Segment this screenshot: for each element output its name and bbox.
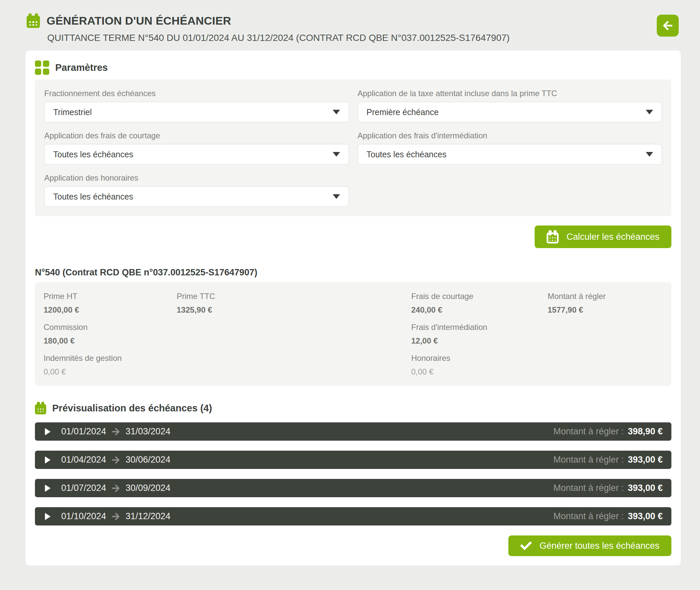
field-fractionnement: Fractionnement des échéances Trimestriel: [44, 89, 349, 122]
installment-row-4[interactable]: 01/10/2024 31/12/2024 Montant à régler :…: [35, 507, 671, 525]
summary-prime-ht: Prime HT 1200,00 €: [43, 292, 177, 315]
amount-value: 393,00 €: [628, 511, 663, 521]
play-icon: [45, 428, 51, 435]
parameters-section-header: Paramètres: [35, 61, 671, 75]
end-date: 31/12/2024: [125, 511, 170, 521]
amount-label: Montant à régler :: [553, 483, 624, 493]
frais-courtage-select[interactable]: Toutes les échéances: [44, 144, 349, 165]
check-icon: [520, 540, 532, 552]
start-date: 01/04/2024: [61, 455, 106, 465]
summary-montant-regler: Montant à régler 1577,90 €: [548, 292, 663, 315]
field-frais-courtage: Application des frais de courtage Toutes…: [44, 131, 349, 165]
summary-commission: Commission 180,00 €: [43, 323, 177, 346]
calendar-icon: [27, 13, 40, 28]
field-label: Application des frais de courtage: [44, 131, 349, 140]
generate-all-installments-button[interactable]: Générer toutes les échéances: [508, 535, 671, 556]
field-label: Application des honoraires: [44, 173, 349, 183]
start-date: 01/01/2024: [61, 426, 106, 437]
calendar-icon: [35, 402, 46, 414]
end-date: 30/06/2024: [125, 455, 170, 465]
chevron-down-icon: [646, 110, 653, 114]
button-label: Générer toutes les échéances: [540, 541, 660, 551]
end-date: 30/09/2024: [125, 483, 170, 493]
arrow-right-icon: [111, 512, 120, 521]
frais-intermediation-select[interactable]: Toutes les échéances: [358, 144, 663, 165]
arrow-right-icon: [111, 484, 120, 493]
installment-row-1[interactable]: 01/01/2024 31/03/2024 Montant à régler :…: [35, 422, 671, 441]
receipt-summary-panel: Prime HT 1200,00 € Prime TTC 1325,90 € F…: [35, 282, 671, 386]
summary-value: 1325,90 €: [177, 305, 212, 314]
fractionnement-select[interactable]: Trimestriel: [44, 102, 349, 122]
chevron-down-icon: [646, 152, 653, 157]
summary-frais-courtage: Frais de courtage 240,00 €: [411, 292, 548, 315]
summary-label: Indemnités de gestion: [43, 354, 177, 363]
summary-honoraires: Honoraires 0,00 €: [411, 354, 548, 377]
preview-heading: Prévisualisation des échéances (4): [52, 403, 212, 414]
button-label: Calculer les échéances: [566, 232, 660, 242]
summary-label: Frais d'intermédiation: [411, 323, 548, 332]
calendar-icon: [547, 230, 558, 243]
summary-value: 0,00 €: [411, 367, 434, 376]
main-card: Paramètres Fractionnement des échéances …: [26, 51, 681, 565]
summary-label: Montant à régler: [548, 292, 663, 301]
field-taxe-attentat: Application de la taxe attentat incluse …: [358, 89, 663, 122]
grid-icon: [35, 61, 49, 75]
summary-value: 1577,90 €: [548, 305, 583, 314]
page-title: GÉNÉRATION D'UN ÉCHÉANCIER: [47, 14, 231, 27]
summary-indemnites-gestion: Indemnités de gestion 0,00 €: [43, 354, 177, 377]
summary-value: 12,00 €: [411, 336, 438, 345]
parameters-panel: Fractionnement des échéances Trimestriel…: [35, 80, 671, 216]
preview-section-header: Prévisualisation des échéances (4): [35, 402, 671, 414]
page-header: GÉNÉRATION D'UN ÉCHÉANCIER QUITTANCE TER…: [0, 0, 700, 43]
amount-label: Montant à régler :: [553, 426, 624, 437]
taxe-attentat-select[interactable]: Première échéance: [358, 102, 663, 122]
select-value: Toutes les échéances: [53, 192, 133, 202]
end-date: 31/03/2024: [125, 426, 170, 437]
summary-value: 180,00 €: [43, 336, 75, 345]
select-value: Toutes les échéances: [367, 150, 446, 159]
summary-value: 240,00 €: [411, 305, 442, 314]
summary-value: 0,00 €: [43, 367, 66, 376]
summary-label: Prime TTC: [177, 292, 411, 301]
summary-frais-intermediation: Frais d'intermédiation 12,00 €: [411, 323, 548, 346]
field-honoraires: Application des honoraires Toutes les éc…: [44, 173, 349, 207]
chevron-down-icon: [333, 110, 340, 114]
parameters-heading: Paramètres: [55, 62, 108, 73]
arrow-left-icon: [663, 20, 673, 31]
field-frais-intermediation: Application des frais d'intermédiation T…: [358, 131, 663, 165]
amount-value: 393,00 €: [628, 455, 663, 465]
select-value: Toutes les échéances: [53, 150, 133, 159]
amount-value: 393,00 €: [628, 483, 663, 493]
chevron-down-icon: [333, 194, 340, 199]
calculate-installments-button[interactable]: Calculer les échéances: [535, 225, 671, 248]
field-label: Application de la taxe attentat incluse …: [358, 89, 663, 98]
installment-row-2[interactable]: 01/04/2024 30/06/2024 Montant à régler :…: [35, 451, 671, 469]
summary-value: 1200,00 €: [43, 305, 79, 314]
summary-label: Frais de courtage: [411, 292, 548, 301]
summary-label: Commission: [43, 323, 177, 332]
start-date: 01/10/2024: [61, 511, 106, 521]
arrow-right-icon: [111, 456, 120, 464]
amount-label: Montant à régler :: [553, 455, 624, 465]
summary-label: Honoraires: [411, 354, 548, 363]
amount-label: Montant à régler :: [553, 511, 624, 521]
play-icon: [45, 513, 51, 520]
select-value: Première échéance: [367, 107, 439, 117]
play-icon: [45, 485, 51, 492]
summary-prime-ttc: Prime TTC 1325,90 €: [177, 292, 411, 315]
back-button[interactable]: [657, 15, 679, 36]
start-date: 01/07/2024: [61, 483, 106, 493]
page-subtitle: QUITTANCE TERME N°540 DU 01/01/2024 AU 3…: [47, 32, 679, 43]
honoraires-select[interactable]: Toutes les échéances: [44, 186, 349, 207]
chevron-down-icon: [333, 152, 340, 157]
field-label: Application des frais d'intermédiation: [358, 131, 663, 140]
summary-label: Prime HT: [43, 292, 177, 301]
select-value: Trimestriel: [53, 107, 92, 117]
play-icon: [45, 456, 51, 464]
field-label: Fractionnement des échéances: [44, 89, 349, 98]
arrow-right-icon: [111, 427, 120, 436]
amount-value: 398,90 €: [628, 426, 663, 437]
installment-row-3[interactable]: 01/07/2024 30/09/2024 Montant à régler :…: [35, 479, 671, 497]
receipt-heading: N°540 (Contrat RCD QBE n°037.0012525-S17…: [35, 267, 671, 278]
